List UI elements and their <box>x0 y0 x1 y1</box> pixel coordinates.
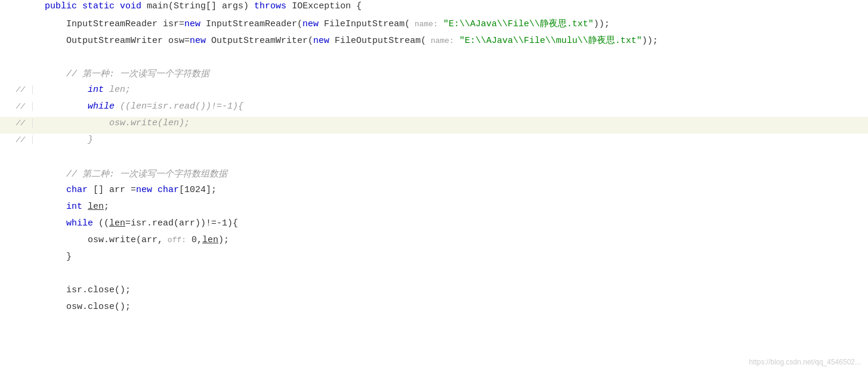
keyword-char: char <box>66 185 88 195</box>
comment-1: // 第一种: 一次读写一个字符数据 <box>45 69 209 79</box>
line-content-14: while ((len=isr.read(arr))!=-1){ <box>33 218 868 228</box>
keyword-new-4: new <box>313 36 329 46</box>
line-content-13: int len; <box>33 202 868 212</box>
keyword-char-2: char <box>157 185 179 195</box>
gutter-6: // <box>0 85 33 94</box>
code-line-15: osw.write(arr, off: 0,len); <box>0 234 868 251</box>
keyword-void: void <box>120 1 141 11</box>
code-line-5: // 第一种: 一次读写一个字符数据 <box>0 67 868 84</box>
code-line-3: OutputStreamWriter osw=new OutputStreamW… <box>0 33 868 50</box>
line-content-10 <box>33 152 868 162</box>
keyword-public: public <box>45 1 77 11</box>
gutter-9: // <box>0 135 33 144</box>
code-line-10 <box>0 150 868 167</box>
comment-int-len: int len; <box>45 85 131 95</box>
keyword-new-1: new <box>184 19 200 29</box>
comment-while-1: while ((len=isr.read())!=-1){ <box>45 101 243 112</box>
line-content-18: isr.close(); <box>33 285 868 295</box>
line-content-2: InputStreamReader isr=new InputStreamRea… <box>33 18 868 29</box>
line-content-19: osw.close(); <box>33 302 868 312</box>
line-content-6: int len; <box>33 85 868 95</box>
code-line-1: public static void main(String[] args) t… <box>0 0 868 17</box>
code-line-12: char [] arr =new char[1024]; <box>0 184 868 200</box>
code-line-7: // while ((len=isr.read())!=-1){ <box>0 100 868 117</box>
string-path-1: "E:\\AJava\\File\\静夜思.txt" <box>443 19 594 29</box>
comment-brace-1: } <box>45 135 93 145</box>
keyword-new-5: new <box>136 185 152 195</box>
comment-osw-write-1: osw.write(len); <box>45 118 190 128</box>
code-line-13: int len; <box>0 200 868 217</box>
line-content-8: osw.write(len); <box>33 118 868 128</box>
code-line-19: osw.close(); <box>0 301 868 317</box>
code-line-16: } <box>0 251 868 267</box>
code-line-17 <box>0 267 868 284</box>
keyword-new-3: new <box>190 36 206 46</box>
code-line-11: // 第二种: 一次读写一个字符数组数据 <box>0 167 868 184</box>
keyword-static: static <box>82 1 115 11</box>
line-content-16: } <box>33 252 868 262</box>
line-content-5: // 第一种: 一次读写一个字符数据 <box>33 68 868 79</box>
line-content-12: char [] arr =new char[1024]; <box>33 185 868 195</box>
line-content-7: while ((len=isr.read())!=-1){ <box>33 101 868 112</box>
code-line-6: // int len; <box>0 84 868 100</box>
keyword-new-2: new <box>302 19 319 29</box>
code-line-4 <box>0 50 868 67</box>
param-hint-name-2: name: <box>426 36 454 45</box>
string-path-2: "E:\\AJava\\File\\mulu\\静夜思.txt" <box>459 36 642 46</box>
code-content: public static void main(String[] args) t… <box>0 0 868 317</box>
comment-2: // 第二种: 一次读写一个字符数组数据 <box>45 169 227 180</box>
code-line-8: // osw.write(len); <box>0 117 868 134</box>
line-content-17 <box>33 268 868 279</box>
line-content-9: } <box>33 135 868 145</box>
line-content-3: OutputStreamWriter osw=new OutputStreamW… <box>33 35 868 46</box>
line-content-1: public static void main(String[] args) t… <box>33 1 868 11</box>
param-hint-off: off: <box>163 236 186 245</box>
gutter-8: // <box>0 119 33 128</box>
code-line-9: // } <box>0 134 868 150</box>
param-hint-name-1: name: <box>410 20 438 29</box>
keyword-int-2: int <box>66 202 82 212</box>
code-editor: public static void main(String[] args) t… <box>0 0 868 371</box>
gutter-7: // <box>0 102 33 111</box>
keyword-throws: throws <box>254 1 286 11</box>
line-content-11: // 第二种: 一次读写一个字符数组数据 <box>33 168 868 180</box>
line-content-15: osw.write(arr, off: 0,len); <box>33 235 868 245</box>
watermark: https://blog.csdn.net/qq_4546502... <box>749 358 861 366</box>
keyword-while-2: while <box>66 218 93 228</box>
code-line-2: InputStreamReader isr=new InputStreamRea… <box>0 17 868 33</box>
code-line-18: isr.close(); <box>0 284 868 301</box>
line-content-4 <box>33 51 868 61</box>
code-line-14: while ((len=isr.read(arr))!=-1){ <box>0 217 868 234</box>
